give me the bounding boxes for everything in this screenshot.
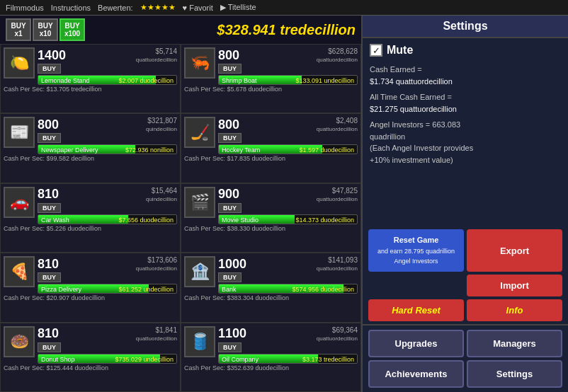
business-item-0: 🍋 1400 $5,714quattuordecillion BUY Lemon… <box>0 44 181 113</box>
business-item-5: 🎬 900 $47,825quattuordecillion BUY Movie… <box>181 183 361 253</box>
biz-count-row-9: 1100 $69,364quattuordecillion <box>218 326 358 342</box>
hard-reset-button[interactable]: Hard Reset <box>368 299 464 321</box>
biz-right-8: 810 $1,841quattuordecillion BUY Donut Sh… <box>38 326 177 364</box>
biz-icon-5: 🎬 <box>184 187 215 218</box>
biz-upgrade-0: $2.007 duodecillion <box>118 76 174 85</box>
biz-count-9: 1100 <box>218 326 246 341</box>
biz-count-row-3: 800 $2,408quattuordecillion <box>218 117 358 132</box>
biz-buy-btn-9[interactable]: BUY <box>218 342 242 352</box>
biz-top-5: 🎬 900 $47,825quattuordecillion BUY Movie… <box>184 187 358 224</box>
biz-cps-1: Cash Per Sec: $5.678 duodecillion <box>184 86 358 93</box>
biz-cost-6: $173,606quattuordecillion <box>136 256 177 272</box>
biz-upgrade-2: $72.936 nonillion <box>125 145 174 154</box>
instructions[interactable]: Instructions <box>51 4 91 12</box>
favorit[interactable]: ♥ Favorit <box>183 4 213 12</box>
business-item-2: 📰 800 $321,807quindecillion BUY Newspape… <box>0 113 181 183</box>
biz-top-9: 🛢️ 1100 $69,364quattuordecillion BUY Oil… <box>184 326 358 364</box>
angel-info2: +10% investment value) <box>370 156 453 164</box>
biz-buy-btn-7[interactable]: BUY <box>218 272 242 282</box>
biz-progress-bar-7: Bank $574.956 duodecillion <box>218 284 358 294</box>
buy-x100-button[interactable]: BUYx100 <box>59 18 85 41</box>
cash-earned-block: Cash Earned = $1.734 quattuordecillion <box>370 64 561 87</box>
biz-progress-bar-4: Car Wash $7.656 duodecillion <box>38 214 177 224</box>
biz-name-3: Hockey Team <box>222 145 260 154</box>
biz-buy-btn-3[interactable]: BUY <box>218 133 242 143</box>
buy-buttons: BUYx1 BUYx10 BUYx100 <box>6 18 85 41</box>
biz-count-1: 800 <box>218 48 239 63</box>
biz-cost-7: $141,093quattuordecillion <box>317 256 358 272</box>
biz-cost-1: $628,628quattuordecillion <box>317 47 358 63</box>
biz-top-8: 🍩 810 $1,841quattuordecillion BUY Donut … <box>4 326 177 364</box>
biz-progress-bar-2: Newspaper Delivery $72.936 nonillion <box>38 144 177 154</box>
reset-game-button[interactable]: Reset Game and earn 28.795 quadrillion A… <box>368 229 464 272</box>
managers-button[interactable]: Managers <box>467 330 562 357</box>
biz-icon-4: 🚗 <box>4 187 35 218</box>
biz-buy-btn-5[interactable]: BUY <box>218 203 242 213</box>
biz-count-row-7: 1000 $141,093quattuordecillion <box>218 256 358 272</box>
bewerten-label: Bewerten: <box>98 4 133 12</box>
biz-count-2: 800 <box>38 117 59 132</box>
biz-cps-4: Cash Per Sec: $5.226 duodecillion <box>4 225 177 232</box>
titelliste[interactable]: ▶ Titelliste <box>220 3 256 12</box>
mute-row: ✓ Mute <box>370 44 561 57</box>
biz-name-7: Bank <box>222 284 237 294</box>
biz-buy-btn-0[interactable]: BUY <box>38 64 61 74</box>
top-bar: Filmmodus Instructions Bewerten: ★★★★★ ♥… <box>0 0 568 16</box>
biz-upgrade-3: $1.597 duodecillion <box>299 145 354 154</box>
buy-x1-button[interactable]: BUYx1 <box>6 18 31 41</box>
biz-icon-6: 🍕 <box>4 256 35 287</box>
import-button[interactable]: Import <box>467 275 562 296</box>
biz-cps-9: Cash Per Sec: $352.639 duodecillion <box>184 364 358 371</box>
biz-right-3: 800 $2,408quattuordecillion BUY Hockey T… <box>218 117 358 154</box>
biz-right-6: 810 $173,606quattuordecillion BUY Pizza … <box>38 256 177 294</box>
biz-count-row-8: 810 $1,841quattuordecillion <box>38 326 177 342</box>
biz-right-9: 1100 $69,364quattuordecillion BUY Oil Co… <box>218 326 358 364</box>
action-buttons: Reset Game and earn 28.795 quadrillion A… <box>363 226 568 324</box>
settings-button[interactable]: Settings <box>467 360 562 388</box>
biz-buy-btn-2[interactable]: BUY <box>38 133 61 143</box>
filmmodus[interactable]: Filmmodus <box>6 4 44 12</box>
business-item-8: 🍩 810 $1,841quattuordecillion BUY Donut … <box>0 323 181 392</box>
left-panel: BUYx1 BUYx10 BUYx100 $328.941 tredecilli… <box>0 16 361 392</box>
export-button[interactable]: Export <box>467 229 562 272</box>
money-display: $328.941 tredecillion <box>217 22 356 38</box>
biz-buy-btn-4[interactable]: BUY <box>38 203 61 213</box>
buy-x10-button[interactable]: BUYx10 <box>33 18 58 41</box>
mute-checkbox[interactable]: ✓ <box>370 44 382 57</box>
biz-right-4: 810 $15,464quindecillion BUY Car Wash $7… <box>38 187 177 224</box>
business-item-7: 🏦 1000 $141,093quattuordecillion BUY Ban… <box>181 253 361 322</box>
biz-count-row-6: 810 $173,606quattuordecillion <box>38 256 177 272</box>
biz-buy-btn-8[interactable]: BUY <box>38 342 61 352</box>
biz-buy-btn-6[interactable]: BUY <box>38 272 61 282</box>
info-button[interactable]: Info <box>467 299 562 321</box>
biz-upgrade-4: $7.656 duodecillion <box>118 215 174 224</box>
biz-count-row-1: 800 $628,628quattuordecillion <box>218 47 358 63</box>
biz-cps-2: Cash Per Sec: $99.582 decillion <box>4 155 177 162</box>
star-rating[interactable]: ★★★★★ <box>140 3 176 12</box>
bottom-buttons: Upgrades Managers Achievements Settings <box>363 324 568 392</box>
biz-name-1: Shrimp Boat <box>222 76 257 85</box>
all-time-label: All Time Cash Earned = <box>370 93 452 101</box>
all-time-block: All Time Cash Earned = $21.275 quattuord… <box>370 91 561 115</box>
biz-top-7: 🏦 1000 $141,093quattuordecillion BUY Ban… <box>184 256 358 294</box>
achievements-button[interactable]: Achievements <box>368 360 464 388</box>
biz-progress-bar-6: Pizza Delivery $61.252 undecillion <box>38 284 177 294</box>
biz-upgrade-6: $61.252 undecillion <box>118 284 174 294</box>
biz-count-row-4: 810 $15,464quindecillion <box>38 187 177 202</box>
biz-progress-bar-8: Donut Shop $735.029 undecillion <box>38 354 177 364</box>
biz-upgrade-7: $574.956 duodecillion <box>292 284 354 294</box>
biz-upgrade-1: $133.091 undecillion <box>295 76 354 85</box>
biz-upgrade-5: $14.373 duodecillion <box>295 215 354 224</box>
biz-cost-5: $47,825quattuordecillion <box>317 187 358 202</box>
biz-buy-btn-1[interactable]: BUY <box>218 64 242 74</box>
biz-progress-bar-3: Hockey Team $1.597 duodecillion <box>218 144 358 154</box>
main-container: BUYx1 BUYx10 BUYx100 $328.941 tredecilli… <box>0 16 568 392</box>
angel-info: (Each Angel Investor provides <box>370 144 473 152</box>
biz-cost-2: $321,807quindecillion <box>146 117 177 132</box>
upgrades-button[interactable]: Upgrades <box>368 330 464 357</box>
biz-icon-7: 🏦 <box>184 256 215 287</box>
biz-cost-4: $15,464quindecillion <box>146 187 177 202</box>
businesses-grid: 🍋 1400 $5,714quattuordecillion BUY Lemon… <box>0 44 361 392</box>
biz-cps-3: Cash Per Sec: $17.835 duodecillion <box>184 155 358 162</box>
biz-icon-2: 📰 <box>4 117 35 148</box>
